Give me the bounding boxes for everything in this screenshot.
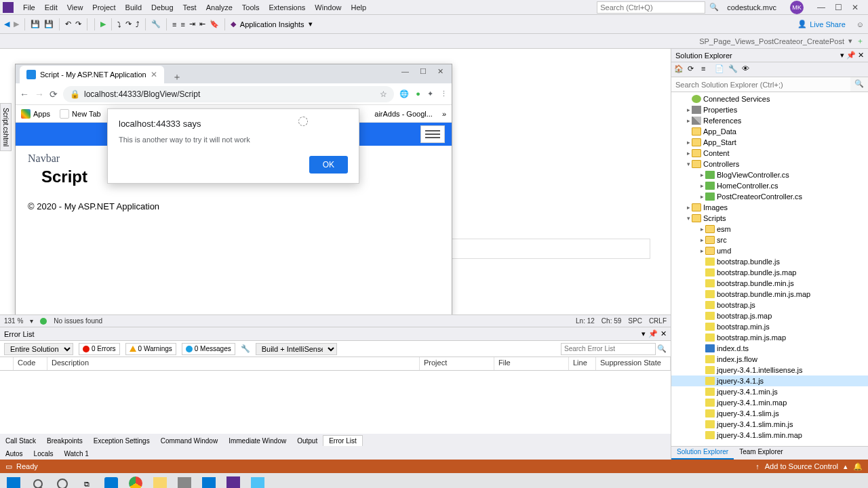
tree-connected-services[interactable]: Connected Services (671, 94, 868, 104)
tree-file[interactable]: jquery-3.4.1.min.js (671, 386, 868, 397)
minimize-icon[interactable]: — (401, 67, 409, 76)
chevron-down-icon[interactable]: ▾ (30, 317, 33, 325)
save-icon[interactable]: 💾 (31, 20, 40, 28)
menu-view[interactable]: View (63, 2, 87, 13)
dropdown-icon[interactable]: ▾ (840, 51, 844, 60)
hamburger-button[interactable] (420, 125, 445, 143)
expand-icon[interactable]: ▸ (698, 182, 705, 189)
tree-file[interactable]: bootstrap.bundle.min.js (671, 278, 868, 289)
messages-filter[interactable]: 0 Messages (182, 343, 235, 355)
tool-icon[interactable]: 🔧 (151, 20, 161, 28)
new-tab-button[interactable]: ＋ (168, 71, 186, 83)
expand-icon[interactable]: ▸ (685, 106, 692, 113)
col-project[interactable]: Project (420, 357, 494, 370)
continue-icon[interactable]: ▶ (100, 20, 106, 28)
tree-file[interactable]: bootstrap.bundle.js.map (671, 267, 868, 278)
tab-breakpoints[interactable]: Breakpoints (41, 436, 88, 446)
tab-callstack[interactable]: Call Stack (0, 436, 41, 446)
preview-icon[interactable]: 👁 (742, 64, 753, 75)
solution-search-input[interactable] (671, 77, 850, 92)
edge-button[interactable] (100, 474, 122, 488)
user-avatar[interactable]: MK (790, 1, 804, 14)
error-search-input[interactable] (561, 343, 656, 355)
tab-solution-explorer[interactable]: Solution Explorer (671, 447, 734, 460)
tree-file-home[interactable]: ▸HomeController.cs (671, 180, 868, 191)
tree-file[interactable]: bootstrap.js (671, 300, 868, 310)
col-file[interactable]: File (494, 357, 569, 370)
col-line[interactable]: Line (569, 357, 596, 370)
add-source-control[interactable]: Add to Source Control (765, 462, 838, 470)
bookmark-icon[interactable]: 🔖 (210, 20, 219, 28)
start-button[interactable] (3, 474, 24, 488)
tree-file[interactable]: bootstrap.min.js.map (671, 332, 868, 343)
app-button[interactable] (247, 474, 269, 488)
forward-icon[interactable]: → (35, 89, 44, 100)
menu-help[interactable]: Help (347, 2, 370, 13)
zoom-label[interactable]: 131 % (4, 317, 23, 325)
collapse-icon[interactable]: ≡ (701, 64, 712, 75)
reload-icon[interactable]: ⟳ (50, 89, 58, 100)
tree-esm[interactable]: ▸esm (671, 224, 868, 235)
menu-window[interactable]: Window (311, 2, 345, 13)
tree-file-jquery[interactable]: jquery-3.4.1.js (671, 375, 868, 386)
explorer-button[interactable] (149, 474, 171, 488)
expand-icon[interactable]: ▸ (685, 204, 692, 211)
menu-build[interactable]: Build (121, 2, 146, 13)
menu-file[interactable]: File (19, 2, 39, 13)
search-icon[interactable]: 🔍 (709, 3, 719, 12)
expand-icon[interactable]: ▸ (698, 171, 705, 178)
tab-exception[interactable]: Exception Settings (88, 436, 155, 446)
maximize-icon[interactable]: ☐ (420, 67, 427, 76)
back-icon[interactable]: ← (20, 89, 29, 100)
close-icon[interactable]: ✕ (660, 329, 667, 338)
expand-icon[interactable]: ▸ (685, 150, 692, 157)
menu-test[interactable]: Test (179, 2, 201, 13)
mail-button[interactable] (198, 474, 220, 488)
tree-content[interactable]: ▸Content (671, 148, 868, 159)
expand-icon[interactable]: ▸ (698, 226, 705, 232)
scope-select[interactable]: Entire Solution (4, 343, 73, 355)
pin-icon[interactable]: 📌 (648, 329, 658, 338)
collapsed-side-tab[interactable]: Script.cshtml (0, 103, 12, 151)
dropdown-icon[interactable]: ▾ (642, 329, 646, 338)
tab-team-explorer[interactable]: Team Explorer (734, 447, 788, 460)
expand-icon[interactable]: ▸ (698, 247, 705, 254)
address-bar[interactable]: 🔒 localhost:44333/BlogView/Script ☆ (63, 86, 394, 102)
close-icon[interactable]: ✕ (858, 51, 864, 60)
tree-references[interactable]: ▸References (671, 115, 868, 126)
close-icon[interactable]: ✕ (852, 3, 859, 12)
tree-file[interactable]: index.js.flow (671, 354, 868, 365)
expand-icon[interactable]: ▸ (685, 139, 692, 146)
save-all-icon[interactable]: 💾 (44, 20, 54, 28)
undo-icon[interactable]: ↶ (65, 20, 71, 28)
tree-file-blogview[interactable]: ▸BlogViewController.cs (671, 169, 868, 180)
alert-ok-button[interactable]: OK (309, 156, 348, 174)
step-over-icon[interactable]: ↷ (125, 20, 132, 28)
tree-file[interactable]: bootstrap.js.map (671, 310, 868, 321)
vs-button[interactable] (222, 474, 244, 488)
taskview-button[interactable]: ⧉ (76, 474, 98, 488)
store-button[interactable] (174, 474, 195, 488)
tab-locals[interactable]: Locals (28, 449, 59, 459)
menu-tools[interactable]: Tools (238, 2, 264, 13)
vs-search-input[interactable] (597, 1, 705, 14)
tree-appdata[interactable]: App_Data (671, 126, 868, 137)
properties-icon[interactable]: 🔧 (728, 64, 739, 75)
tree-file-postcreator[interactable]: ▸PostCreateorController.cs (671, 191, 868, 202)
add-icon[interactable]: ＋ (856, 36, 864, 46)
tree-images[interactable]: ▸Images (671, 202, 868, 213)
search-icon[interactable]: 🔍 (657, 344, 667, 353)
tree-file[interactable]: bootstrap.bundle.min.js.map (671, 289, 868, 300)
sync-icon[interactable]: ⟳ (688, 64, 698, 75)
tree-controllers[interactable]: ▾Controllers (671, 159, 868, 169)
tree-file[interactable]: jquery-3.4.1.slim.js (671, 408, 868, 419)
chrome-button[interactable] (125, 474, 146, 488)
search-icon[interactable]: 🔍 (850, 77, 868, 92)
extension-icon[interactable]: ● (416, 89, 420, 98)
menu-project[interactable]: Project (88, 2, 119, 13)
tree-appstart[interactable]: ▸App_Start (671, 137, 868, 148)
globe-icon[interactable]: 🌐 (399, 89, 409, 98)
indent-icon[interactable]: ⇥ (189, 20, 195, 28)
build-source-select[interactable]: Build + IntelliSense (256, 343, 337, 355)
more-icon[interactable]: ⋮ (440, 89, 448, 98)
